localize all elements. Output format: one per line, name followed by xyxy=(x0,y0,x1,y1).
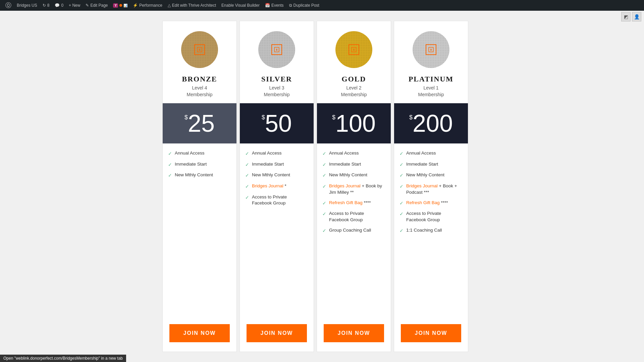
card-top: SILVER Level 3Membership xyxy=(240,21,314,103)
updates-icon: ↻ xyxy=(43,3,46,8)
feature-content: Immediate Start xyxy=(175,161,207,168)
feature-item: ✓ Bridges Journal + Book + Podcast *** xyxy=(399,183,461,196)
silver-feature-link[interactable]: Bridges Journal xyxy=(252,183,283,188)
feedback-icon[interactable]: ◩ xyxy=(621,12,631,21)
visual-builder-item[interactable]: Enable Visual Builder xyxy=(219,0,262,11)
join-btn-wrap-platinum: Join Now xyxy=(394,320,468,352)
platinum-feature-link[interactable]: Refresh Gift Bag xyxy=(406,200,440,205)
tier-name-platinum: PLATINUM xyxy=(409,75,453,83)
check-icon: ✓ xyxy=(168,162,172,168)
feature-content: Access to Private Facebook Group xyxy=(252,194,307,207)
feature-item: ✓ Annual Access xyxy=(168,150,230,157)
edit-icon: ✎ xyxy=(86,3,89,8)
tier-icon-bronze xyxy=(194,44,205,55)
status-text: Open "weblink.donorperfect.com/BridgesMe… xyxy=(3,356,123,361)
check-icon: ✓ xyxy=(399,172,404,179)
comments-item[interactable]: 💬 0 xyxy=(52,0,66,11)
feature-content: Immediate Start xyxy=(329,161,361,168)
performance-icon: ⚡ xyxy=(133,3,138,8)
wp-logo-item[interactable]: ⓪ xyxy=(3,0,14,11)
edit-page-label: Edit Page xyxy=(90,3,108,8)
tier-level-silver: Level 3Membership xyxy=(264,85,289,98)
feature-item: ✓ Bridges Journal * xyxy=(245,183,307,190)
duplicate-post-item[interactable]: ⧉ Duplicate Post xyxy=(286,0,322,11)
feature-content: Refresh Gift Bag **** xyxy=(406,200,448,206)
events-item[interactable]: 📅 Events xyxy=(262,0,286,11)
silver-feature-text: Immediate Start xyxy=(252,162,284,167)
check-icon: ✓ xyxy=(322,162,326,168)
edit-page-item[interactable]: ✎ Edit Page xyxy=(83,0,110,11)
svg-point-7 xyxy=(431,50,432,51)
gold-feature-text: Group Coaching Call xyxy=(329,228,371,233)
feature-item: ✓ New Mthly Content xyxy=(168,172,230,179)
tier-circle-bronze xyxy=(181,31,218,68)
feature-content: Access to Private Facebook Group xyxy=(329,210,384,223)
bronze-feature-text: Immediate Start xyxy=(175,162,207,167)
tier-level-bronze: Level 4Membership xyxy=(186,85,212,98)
feature-item: ✓ Annual Access xyxy=(399,150,461,157)
join-now-button-bronze[interactable]: Join Now xyxy=(169,324,230,342)
check-icon: ✓ xyxy=(168,150,172,157)
yoast-icon: Y xyxy=(113,3,118,8)
site-name-item[interactable]: Bridges US xyxy=(14,0,40,11)
comments-icon: 💬 xyxy=(55,3,60,8)
updates-item[interactable]: ↻ 8 xyxy=(40,0,52,11)
feature-content: Group Coaching Call xyxy=(329,227,371,234)
duplicate-icon: ⧉ xyxy=(289,3,292,8)
feature-item: ✓ 1:1 Coaching Call xyxy=(399,227,461,234)
membership-icon xyxy=(428,47,434,53)
join-now-button-gold[interactable]: Join Now xyxy=(324,324,384,342)
features-list-gold: ✓ Annual Access ✓ Immediate Start ✓ New … xyxy=(317,143,391,320)
feature-item: ✓ New Mthly Content xyxy=(245,172,307,179)
check-icon: ✓ xyxy=(322,150,326,157)
membership-icon xyxy=(274,47,280,53)
price-box-platinum: $ 200 xyxy=(394,103,468,143)
join-now-button-platinum[interactable]: Join Now xyxy=(401,324,461,342)
price-currency-gold: $ xyxy=(332,114,335,121)
gold-feature-link[interactable]: Bridges Journal xyxy=(329,183,361,188)
tier-icon-platinum xyxy=(426,44,436,55)
feature-item: ✓ Refresh Gift Bag **** xyxy=(322,200,384,207)
price-amount-bronze: 25 xyxy=(188,111,215,135)
price-amount-silver: 50 xyxy=(265,111,292,135)
user-icon[interactable]: 👤 xyxy=(632,12,641,21)
thrive-item[interactable]: △ Edit with Thrive Architect xyxy=(165,0,219,11)
updates-count: 8 xyxy=(47,3,50,8)
gold-feature-text: Annual Access xyxy=(329,150,359,156)
pricing-card-silver: SILVER Level 3Membership $ 50 ✓ Annual A… xyxy=(239,21,314,352)
gold-feature-link[interactable]: Refresh Gift Bag xyxy=(329,200,363,205)
feature-content: New Mthly Content xyxy=(329,172,367,178)
pricing-card-gold: GOLD Level 2Membership $ 100 ✓ Annual Ac… xyxy=(317,21,391,352)
new-item[interactable]: + New xyxy=(66,0,83,11)
check-icon: ✓ xyxy=(322,211,326,218)
price-currency-platinum: $ xyxy=(409,114,413,121)
feature-item: ✓ Access to Private Facebook Group xyxy=(245,194,307,207)
feature-content: New Mthly Content xyxy=(175,172,213,178)
feature-content: New Mthly Content xyxy=(252,172,290,178)
join-now-button-silver[interactable]: Join Now xyxy=(247,324,307,342)
yoast-item[interactable]: Y 📊 xyxy=(110,0,130,11)
check-icon: ✓ xyxy=(245,194,249,201)
duplicate-label: Duplicate Post xyxy=(293,3,319,8)
price-box-silver: $ 50 xyxy=(240,103,314,143)
check-icon: ✓ xyxy=(399,211,404,218)
feature-item: ✓ Access to Private Facebook Group xyxy=(399,210,461,223)
check-icon: ✓ xyxy=(399,200,404,207)
feature-content: Access to Private Facebook Group xyxy=(406,210,461,223)
platinum-feature-link[interactable]: Bridges Journal xyxy=(406,183,438,188)
check-icon: ✓ xyxy=(322,228,326,234)
membership-icon xyxy=(197,47,203,53)
platinum-feature-text: New Mthly Content xyxy=(406,172,444,177)
membership-icon xyxy=(351,47,357,53)
platinum-feature-text: Annual Access xyxy=(406,150,436,156)
tier-level-gold: Level 2Membership xyxy=(341,85,367,98)
card-top: BRONZE Level 4Membership xyxy=(163,21,236,103)
bronze-feature-text: New Mthly Content xyxy=(175,172,213,177)
check-icon: ✓ xyxy=(322,200,326,207)
svg-point-1 xyxy=(199,50,200,51)
card-top: PLATINUM Level 1Membership xyxy=(394,21,468,103)
feature-content: Annual Access xyxy=(175,150,205,157)
price-box-bronze: $ 25 xyxy=(163,103,236,143)
feature-content: Annual Access xyxy=(406,150,436,157)
performance-item[interactable]: ⚡ Performance xyxy=(130,0,165,11)
